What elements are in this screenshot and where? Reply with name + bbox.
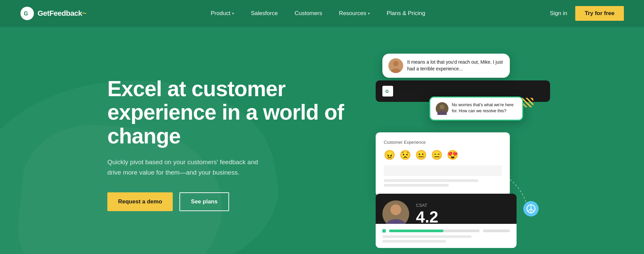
survey-bar-1 xyxy=(384,179,478,182)
csat-card-bottom xyxy=(376,224,517,248)
hero-subtitle: Quickly pivot based on your customers' f… xyxy=(107,157,268,178)
survey-dropdown[interactable] xyxy=(384,165,502,176)
csat-bar-1 xyxy=(382,235,472,238)
navbar: G GetFeedback~ Product ▾ Salesforce Cust… xyxy=(0,0,644,27)
try-free-button[interactable]: Try for free xyxy=(575,6,624,21)
logo[interactable]: G GetFeedback~ xyxy=(20,6,86,20)
csat-data: CSAT 4.2 xyxy=(416,203,510,225)
nav-links: Product ▾ Salesforce Customers Resources… xyxy=(86,10,550,17)
peace-badge-icon xyxy=(523,201,539,216)
emoji-sad[interactable]: 😟 xyxy=(399,149,411,161)
csat-connector-dot xyxy=(513,229,516,232)
svg-point-3 xyxy=(393,61,398,66)
logo-icon: G xyxy=(20,6,34,20)
csat-score: 4.2 xyxy=(416,209,510,225)
svg-point-8 xyxy=(440,105,444,109)
see-plans-button[interactable]: See plans xyxy=(179,192,229,211)
hero-content: Excel at customer experience in a world … xyxy=(107,77,362,211)
emoji-angry[interactable]: 😠 xyxy=(384,149,395,161)
nav-actions: Sign in Try for free xyxy=(550,6,624,21)
progress-bar-secondary xyxy=(483,230,510,232)
csat-label: CSAT xyxy=(416,203,510,208)
progress-dot xyxy=(382,229,386,233)
nav-product[interactable]: Product ▾ xyxy=(211,10,234,17)
emoji-neutral[interactable]: 😐 xyxy=(415,149,427,161)
nav-resources[interactable]: Resources ▾ xyxy=(339,10,370,17)
hero-illustration: It means a lot that you'd reach out, Mik… xyxy=(362,47,624,241)
logo-text: GetFeedback~ xyxy=(38,9,86,18)
nav-salesforce[interactable]: Salesforce xyxy=(251,10,278,17)
chevron-down-icon: ▾ xyxy=(368,11,370,16)
survey-card: Customer Experience 😠 😟 😐 😑 😍 xyxy=(376,132,510,196)
svg-line-15 xyxy=(528,209,531,211)
survey-label: Customer Experience xyxy=(384,140,502,145)
hero-section: Excel at customer experience in a world … xyxy=(0,27,644,254)
hero-buttons: Request a demo See plans xyxy=(107,192,362,211)
progress-bar-container xyxy=(389,230,480,232)
agent-reply-bubble: No worries that's what we're here for. H… xyxy=(429,97,523,121)
svg-line-16 xyxy=(531,209,534,211)
emoji-flat[interactable]: 😑 xyxy=(431,149,443,161)
sign-in-button[interactable]: Sign in xyxy=(550,10,567,17)
chat-bubble-text: It means a lot that you'd reach out, Mik… xyxy=(407,59,504,72)
survey-bar-2 xyxy=(384,184,449,187)
nav-plans-pricing[interactable]: Plans & Pricing xyxy=(387,10,425,17)
svg-point-11 xyxy=(390,204,401,215)
svg-text:G: G xyxy=(24,11,28,16)
customer-avatar xyxy=(388,58,403,73)
svg-text:G: G xyxy=(385,89,389,94)
chevron-down-icon: ▾ xyxy=(232,11,234,16)
nav-customers[interactable]: Customers xyxy=(294,10,322,17)
agent-reply-text: No worries that's what we're here for. H… xyxy=(452,102,517,114)
hero-title: Excel at customer experience in a world … xyxy=(107,77,362,148)
emoji-rating-row: 😠 😟 😐 😑 😍 xyxy=(384,149,502,161)
emoji-love[interactable]: 😍 xyxy=(447,149,459,161)
progress-bar-fill xyxy=(389,230,443,232)
csat-bar-2 xyxy=(382,240,446,243)
gf-logo-small: G xyxy=(382,86,393,97)
chat-bubble-customer: It means a lot that you'd reach out, Mik… xyxy=(382,54,510,78)
request-demo-button[interactable]: Request a demo xyxy=(107,192,173,211)
